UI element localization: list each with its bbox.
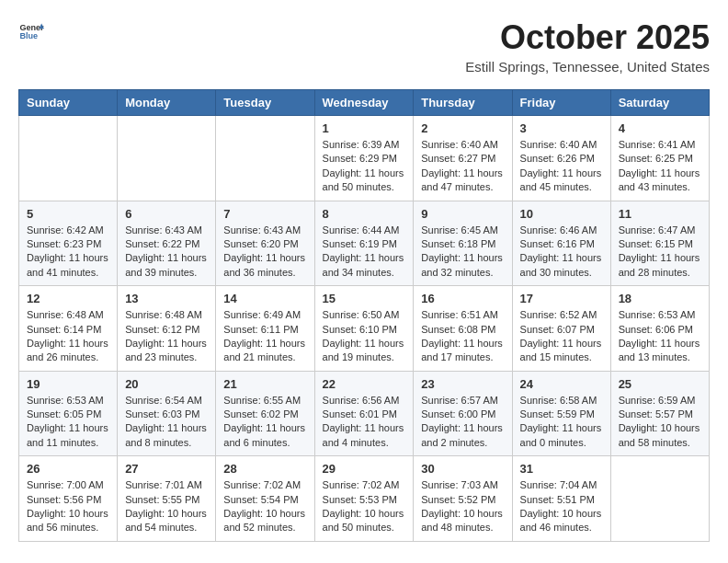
logo-icon: General Blue [18, 18, 44, 44]
day-number: 8 [323, 207, 406, 221]
logo: General Blue [18, 18, 44, 44]
week-row-1: 1Sunrise: 6:39 AM Sunset: 6:29 PM Daylig… [19, 116, 710, 201]
day-number: 9 [421, 207, 504, 221]
day-number: 28 [223, 462, 306, 476]
weekday-header-saturday: Saturday [610, 90, 709, 116]
day-cell: 1Sunrise: 6:39 AM Sunset: 6:29 PM Daylig… [314, 116, 414, 201]
day-cell [118, 116, 216, 201]
week-row-5: 26Sunrise: 7:00 AM Sunset: 5:56 PM Dayli… [19, 456, 710, 542]
day-info: Sunrise: 7:03 AM Sunset: 5:52 PM Dayligh… [421, 478, 504, 535]
weekday-header-sunday: Sunday [19, 90, 118, 116]
day-info: Sunrise: 6:40 AM Sunset: 6:27 PM Dayligh… [421, 138, 504, 195]
day-number: 20 [125, 377, 208, 391]
day-cell: 20Sunrise: 6:54 AM Sunset: 6:03 PM Dayli… [118, 371, 216, 456]
day-info: Sunrise: 6:43 AM Sunset: 6:20 PM Dayligh… [223, 224, 306, 281]
svg-text:Blue: Blue [19, 31, 38, 40]
day-number: 21 [223, 377, 306, 391]
day-info: Sunrise: 7:00 AM Sunset: 5:56 PM Dayligh… [27, 478, 109, 535]
page-header: General Blue October 2025 Estill Springs… [18, 18, 710, 75]
day-cell: 23Sunrise: 6:57 AM Sunset: 6:00 PM Dayli… [414, 371, 512, 456]
day-info: Sunrise: 6:49 AM Sunset: 6:11 PM Dayligh… [223, 308, 306, 365]
day-cell: 4Sunrise: 6:41 AM Sunset: 6:25 PM Daylig… [610, 116, 709, 201]
day-cell: 9Sunrise: 6:45 AM Sunset: 6:18 PM Daylig… [414, 201, 512, 286]
day-info: Sunrise: 6:41 AM Sunset: 6:25 PM Dayligh… [619, 138, 701, 195]
day-info: Sunrise: 6:44 AM Sunset: 6:19 PM Dayligh… [323, 224, 406, 281]
day-number: 12 [27, 292, 109, 305]
day-info: Sunrise: 6:46 AM Sunset: 6:16 PM Dayligh… [520, 224, 603, 281]
day-info: Sunrise: 6:40 AM Sunset: 6:26 PM Dayligh… [520, 138, 603, 195]
day-cell: 10Sunrise: 6:46 AM Sunset: 6:16 PM Dayli… [512, 201, 610, 286]
day-cell: 25Sunrise: 6:59 AM Sunset: 5:57 PM Dayli… [610, 371, 709, 456]
day-number: 3 [520, 121, 603, 135]
day-cell: 6Sunrise: 6:43 AM Sunset: 6:22 PM Daylig… [118, 201, 216, 286]
day-info: Sunrise: 6:45 AM Sunset: 6:18 PM Dayligh… [421, 224, 504, 281]
day-info: Sunrise: 6:48 AM Sunset: 6:14 PM Dayligh… [27, 308, 109, 365]
day-info: Sunrise: 7:02 AM Sunset: 5:54 PM Dayligh… [223, 478, 306, 535]
day-cell: 29Sunrise: 7:02 AM Sunset: 5:53 PM Dayli… [314, 456, 414, 542]
day-info: Sunrise: 7:02 AM Sunset: 5:53 PM Dayligh… [323, 478, 406, 535]
day-info: Sunrise: 6:52 AM Sunset: 6:07 PM Dayligh… [520, 308, 603, 365]
day-info: Sunrise: 6:43 AM Sunset: 6:22 PM Dayligh… [125, 224, 208, 281]
weekday-header-row: SundayMondayTuesdayWednesdayThursdayFrid… [19, 90, 710, 116]
day-cell [19, 116, 118, 201]
day-cell: 2Sunrise: 6:40 AM Sunset: 6:27 PM Daylig… [414, 116, 512, 201]
calendar-table: SundayMondayTuesdayWednesdayThursdayFrid… [18, 89, 710, 542]
day-cell: 7Sunrise: 6:43 AM Sunset: 6:20 PM Daylig… [216, 201, 314, 286]
day-number: 14 [223, 292, 306, 305]
day-info: Sunrise: 6:55 AM Sunset: 6:02 PM Dayligh… [223, 394, 306, 451]
day-info: Sunrise: 6:54 AM Sunset: 6:03 PM Dayligh… [125, 394, 208, 451]
day-cell: 26Sunrise: 7:00 AM Sunset: 5:56 PM Dayli… [19, 456, 118, 542]
week-row-2: 5Sunrise: 6:42 AM Sunset: 6:23 PM Daylig… [19, 201, 710, 286]
day-info: Sunrise: 7:04 AM Sunset: 5:51 PM Dayligh… [520, 478, 603, 535]
day-cell: 13Sunrise: 6:48 AM Sunset: 6:12 PM Dayli… [118, 286, 216, 372]
day-cell: 3Sunrise: 6:40 AM Sunset: 6:26 PM Daylig… [512, 116, 610, 201]
day-number: 22 [323, 377, 406, 391]
day-number: 5 [27, 207, 109, 221]
day-info: Sunrise: 6:42 AM Sunset: 6:23 PM Dayligh… [27, 224, 109, 281]
day-number: 15 [323, 292, 406, 305]
day-cell: 16Sunrise: 6:51 AM Sunset: 6:08 PM Dayli… [414, 286, 512, 372]
day-info: Sunrise: 6:57 AM Sunset: 6:00 PM Dayligh… [421, 394, 504, 451]
day-info: Sunrise: 6:58 AM Sunset: 5:59 PM Dayligh… [520, 394, 603, 451]
title-block: October 2025 Estill Springs, Tennessee, … [465, 18, 710, 75]
day-cell: 28Sunrise: 7:02 AM Sunset: 5:54 PM Dayli… [216, 456, 314, 542]
day-number: 18 [619, 292, 701, 305]
day-cell [216, 116, 314, 201]
week-row-4: 19Sunrise: 6:53 AM Sunset: 6:05 PM Dayli… [19, 371, 710, 456]
day-number: 2 [421, 121, 504, 135]
day-number: 4 [619, 121, 701, 135]
day-number: 23 [421, 377, 504, 391]
weekday-header-wednesday: Wednesday [314, 90, 414, 116]
day-number: 16 [421, 292, 504, 305]
day-info: Sunrise: 6:39 AM Sunset: 6:29 PM Dayligh… [323, 138, 406, 195]
day-number: 13 [125, 292, 208, 305]
weekday-header-friday: Friday [512, 90, 610, 116]
day-number: 1 [323, 121, 406, 135]
week-row-3: 12Sunrise: 6:48 AM Sunset: 6:14 PM Dayli… [19, 286, 710, 372]
day-number: 6 [125, 207, 208, 221]
weekday-header-tuesday: Tuesday [216, 90, 314, 116]
day-number: 29 [323, 462, 406, 476]
day-number: 30 [421, 462, 504, 476]
day-cell: 31Sunrise: 7:04 AM Sunset: 5:51 PM Dayli… [512, 456, 610, 542]
day-cell: 22Sunrise: 6:56 AM Sunset: 6:01 PM Dayli… [314, 371, 414, 456]
day-cell: 14Sunrise: 6:49 AM Sunset: 6:11 PM Dayli… [216, 286, 314, 372]
day-cell: 30Sunrise: 7:03 AM Sunset: 5:52 PM Dayli… [414, 456, 512, 542]
day-cell: 8Sunrise: 6:44 AM Sunset: 6:19 PM Daylig… [314, 201, 414, 286]
day-cell [610, 456, 709, 542]
day-info: Sunrise: 6:53 AM Sunset: 6:05 PM Dayligh… [27, 394, 109, 451]
day-number: 17 [520, 292, 603, 305]
day-info: Sunrise: 6:50 AM Sunset: 6:10 PM Dayligh… [323, 308, 406, 365]
day-cell: 18Sunrise: 6:53 AM Sunset: 6:06 PM Dayli… [610, 286, 709, 372]
day-cell: 21Sunrise: 6:55 AM Sunset: 6:02 PM Dayli… [216, 371, 314, 456]
day-number: 24 [520, 377, 603, 391]
day-number: 10 [520, 207, 603, 221]
day-cell: 24Sunrise: 6:58 AM Sunset: 5:59 PM Dayli… [512, 371, 610, 456]
weekday-header-monday: Monday [118, 90, 216, 116]
day-cell: 27Sunrise: 7:01 AM Sunset: 5:55 PM Dayli… [118, 456, 216, 542]
day-info: Sunrise: 6:59 AM Sunset: 5:57 PM Dayligh… [619, 394, 701, 451]
day-number: 19 [27, 377, 109, 391]
day-number: 25 [619, 377, 701, 391]
day-number: 26 [27, 462, 109, 476]
day-info: Sunrise: 6:56 AM Sunset: 6:01 PM Dayligh… [323, 394, 406, 451]
